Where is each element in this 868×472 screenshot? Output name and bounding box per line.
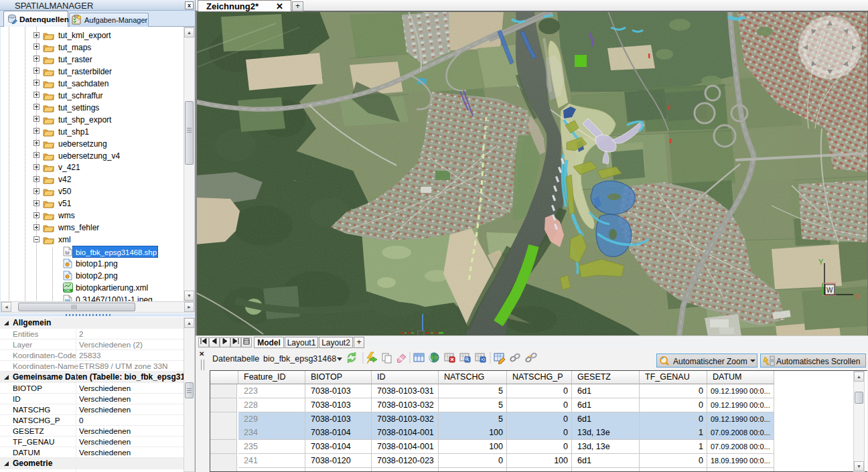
svg-text:GML: GML (64, 289, 71, 293)
